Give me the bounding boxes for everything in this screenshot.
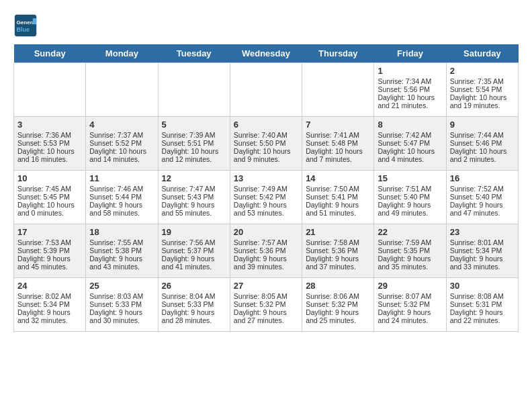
svg-marker-3 xyxy=(33,18,36,24)
day-info: Sunset: 5:47 PM xyxy=(378,139,442,147)
day-number: 2 xyxy=(450,66,515,76)
day-number: 8 xyxy=(378,120,442,130)
day-info: and 39 minutes. xyxy=(234,263,298,271)
calendar-cell: 21Sunrise: 7:58 AMSunset: 5:36 PMDayligh… xyxy=(302,224,374,278)
day-info: Daylight: 9 hours xyxy=(378,255,442,263)
day-info: Sunrise: 8:02 AM xyxy=(17,292,82,300)
day-number: 14 xyxy=(306,173,370,183)
day-info: Sunset: 5:36 PM xyxy=(234,246,298,255)
day-info: Daylight: 9 hours xyxy=(378,201,442,209)
day-info: Sunrise: 7:34 AM xyxy=(378,77,442,85)
day-info: Sunset: 5:35 PM xyxy=(378,246,442,255)
svg-text:Blue: Blue xyxy=(17,26,30,33)
day-info: Daylight: 9 hours xyxy=(450,255,515,263)
day-info: Daylight: 10 hours xyxy=(162,147,226,155)
day-info: Daylight: 9 hours xyxy=(17,255,82,263)
calendar-cell: 20Sunrise: 7:57 AMSunset: 5:36 PMDayligh… xyxy=(230,224,302,278)
day-info: and 41 minutes. xyxy=(162,263,226,271)
calendar-cell: 23Sunrise: 8:01 AMSunset: 5:34 PMDayligh… xyxy=(446,224,518,278)
day-number: 13 xyxy=(234,173,298,183)
day-info: Sunrise: 7:56 AM xyxy=(162,238,226,246)
day-info: Daylight: 9 hours xyxy=(450,308,515,316)
day-info: Sunset: 5:33 PM xyxy=(89,300,154,308)
calendar-cell: 28Sunrise: 8:06 AMSunset: 5:32 PMDayligh… xyxy=(302,278,374,332)
calendar-cell: 9Sunrise: 7:44 AMSunset: 5:46 PMDaylight… xyxy=(446,117,518,171)
day-header-thursday: Thursday xyxy=(302,44,374,63)
day-info: and 45 minutes. xyxy=(17,263,82,271)
day-info: Daylight: 10 hours xyxy=(306,147,370,155)
calendar-cell: 29Sunrise: 8:07 AMSunset: 5:32 PMDayligh… xyxy=(374,278,446,332)
day-info: Sunrise: 7:45 AM xyxy=(17,185,82,193)
day-info: Sunrise: 7:41 AM xyxy=(306,131,370,139)
day-info: Sunrise: 7:35 AM xyxy=(450,77,515,85)
day-info: Sunset: 5:34 PM xyxy=(17,300,82,308)
calendar-cell: 8Sunrise: 7:42 AMSunset: 5:47 PMDaylight… xyxy=(374,117,446,171)
day-info: and 24 minutes. xyxy=(378,316,442,324)
day-info: Daylight: 9 hours xyxy=(89,255,154,263)
day-info: Sunset: 5:56 PM xyxy=(378,85,442,93)
calendar-cell: 14Sunrise: 7:50 AMSunset: 5:41 PMDayligh… xyxy=(302,171,374,224)
day-info: Sunrise: 8:07 AM xyxy=(378,292,442,300)
day-info: Sunrise: 7:51 AM xyxy=(378,185,442,193)
day-number: 9 xyxy=(450,120,515,130)
day-header-saturday: Saturday xyxy=(446,44,518,63)
day-number: 4 xyxy=(89,120,154,130)
day-info: Sunrise: 7:40 AM xyxy=(234,131,298,139)
calendar-cell: 12Sunrise: 7:47 AMSunset: 5:43 PMDayligh… xyxy=(158,171,230,224)
day-info: Sunset: 5:32 PM xyxy=(378,300,442,308)
day-header-monday: Monday xyxy=(86,44,158,63)
day-info: Sunrise: 8:04 AM xyxy=(162,292,226,300)
day-info: Daylight: 9 hours xyxy=(450,201,515,209)
day-info: and 32 minutes. xyxy=(17,316,82,324)
day-info: Sunrise: 7:59 AM xyxy=(378,238,442,246)
day-info: Daylight: 9 hours xyxy=(234,255,298,263)
calendar-cell: 17Sunrise: 7:53 AMSunset: 5:39 PMDayligh… xyxy=(14,224,86,278)
day-number: 5 xyxy=(162,120,226,130)
day-info: and 43 minutes. xyxy=(89,263,154,271)
day-info: and 4 minutes. xyxy=(378,155,442,163)
day-number: 27 xyxy=(234,281,298,291)
day-info: and 47 minutes. xyxy=(450,209,515,217)
day-info: Sunset: 5:32 PM xyxy=(306,300,370,308)
day-info: Sunrise: 7:44 AM xyxy=(450,131,515,139)
calendar-cell xyxy=(14,63,86,117)
day-info: Sunset: 5:40 PM xyxy=(378,193,442,201)
day-info: Sunrise: 7:39 AM xyxy=(162,131,226,139)
calendar-cell: 18Sunrise: 7:55 AMSunset: 5:38 PMDayligh… xyxy=(86,224,158,278)
day-info: Sunrise: 7:42 AM xyxy=(378,131,442,139)
day-info: Sunrise: 7:47 AM xyxy=(162,185,226,193)
calendar-cell: 5Sunrise: 7:39 AMSunset: 5:51 PMDaylight… xyxy=(158,117,230,171)
day-number: 11 xyxy=(89,173,154,183)
day-number: 22 xyxy=(378,227,442,237)
day-info: and 37 minutes. xyxy=(306,263,370,271)
day-info: and 9 minutes. xyxy=(234,155,298,163)
day-number: 30 xyxy=(450,281,515,291)
day-info: and 30 minutes. xyxy=(89,316,154,324)
day-info: Sunrise: 7:49 AM xyxy=(234,185,298,193)
day-info: Daylight: 9 hours xyxy=(306,308,370,316)
day-info: Sunset: 5:41 PM xyxy=(306,193,370,201)
day-info: Daylight: 9 hours xyxy=(306,201,370,209)
day-number: 10 xyxy=(17,173,82,183)
day-info: Sunset: 5:46 PM xyxy=(450,139,515,147)
day-info: and 21 minutes. xyxy=(378,101,442,109)
day-info: Sunset: 5:37 PM xyxy=(162,246,226,255)
day-info: Daylight: 9 hours xyxy=(234,308,298,316)
day-info: Daylight: 10 hours xyxy=(17,147,82,155)
calendar-cell: 26Sunrise: 8:04 AMSunset: 5:33 PMDayligh… xyxy=(158,278,230,332)
calendar-cell: 7Sunrise: 7:41 AMSunset: 5:48 PMDaylight… xyxy=(302,117,374,171)
calendar-cell: 11Sunrise: 7:46 AMSunset: 5:44 PMDayligh… xyxy=(86,171,158,224)
day-info: Sunset: 5:44 PM xyxy=(89,193,154,201)
day-header-wednesday: Wednesday xyxy=(230,44,302,63)
day-info: Sunrise: 7:52 AM xyxy=(450,185,515,193)
day-info: and 16 minutes. xyxy=(17,155,82,163)
calendar-cell xyxy=(230,63,302,117)
day-number: 21 xyxy=(306,227,370,237)
day-number: 17 xyxy=(17,227,82,237)
calendar-cell: 30Sunrise: 8:08 AMSunset: 5:31 PMDayligh… xyxy=(446,278,518,332)
day-info: and 25 minutes. xyxy=(306,316,370,324)
day-info: Daylight: 9 hours xyxy=(89,308,154,316)
day-header-sunday: Sunday xyxy=(14,44,86,63)
day-info: Sunrise: 7:58 AM xyxy=(306,238,370,246)
day-info: Sunset: 5:32 PM xyxy=(234,300,298,308)
